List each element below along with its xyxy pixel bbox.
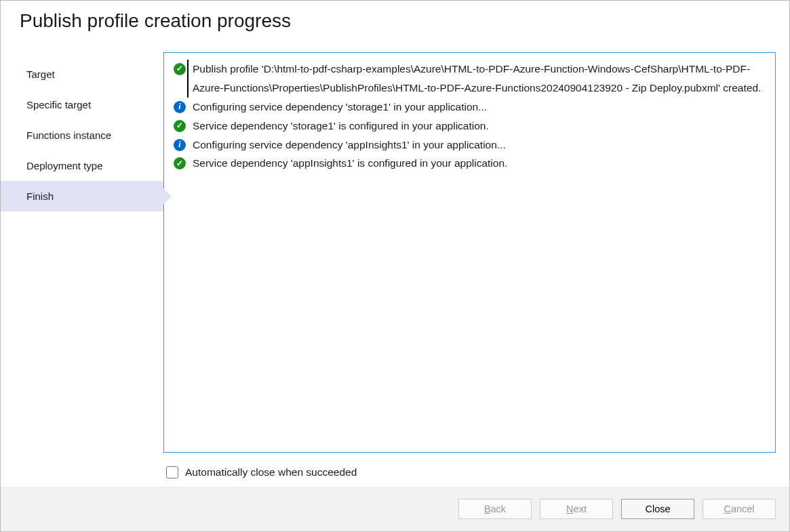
progress-log-panel: ✓ Publish profile 'D:\html-to-pdf-csharp… [163,52,776,453]
sidebar-item-label: Target [26,68,55,80]
log-line: iConfiguring service dependency 'storage… [174,98,766,117]
wizard-sidebar: TargetSpecific targetFunctions instanceD… [1,52,163,487]
log-text: Configuring service dependency 'appInsig… [193,136,766,155]
sidebar-item-label: Finish [26,190,54,202]
log-line: ✓ Publish profile 'D:\html-to-pdf-csharp… [174,60,766,98]
info-icon: i [174,101,186,113]
close-button[interactable]: Close [621,499,694,519]
log-text: Service dependency 'storage1' is configu… [193,117,766,136]
log-text: Service dependency 'appInsights1' is con… [193,154,766,173]
sidebar-item-label: Deployment type [26,160,103,171]
sidebar-item-label: Functions instance [26,129,111,141]
sidebar-item-label: Specific target [26,99,91,110]
success-icon: ✓ [174,157,186,169]
auto-close-label: Automatically close when succeeded [185,466,357,478]
sidebar-item-specific-target[interactable]: Specific target [1,89,163,120]
auto-close-checkbox[interactable] [166,466,178,478]
log-text: Publish profile 'D:\html-to-pdf-csharp-e… [187,60,766,98]
sidebar-item-target[interactable]: Target [1,59,163,89]
success-icon: ✓ [174,63,186,75]
dialog-header: Publish profile creation progress [1,1,789,52]
dialog-title: Publish profile creation progress [20,10,770,32]
cancel-button[interactable]: Cancel [703,499,776,519]
auto-close-checkbox-row[interactable]: Automatically close when succeeded [163,453,776,487]
success-icon: ✓ [174,120,186,132]
sidebar-item-deployment-type[interactable]: Deployment type [1,150,163,181]
log-line: ✓Service dependency 'appInsights1' is co… [174,154,766,173]
dialog-footer: Back Next Close Cancel [1,487,789,531]
info-icon: i [174,139,186,151]
sidebar-item-functions-instance[interactable]: Functions instance [1,120,163,150]
log-line: ✓Service dependency 'storage1' is config… [174,117,766,136]
back-button[interactable]: Back [458,499,532,519]
log-line: iConfiguring service dependency 'appInsi… [174,136,766,155]
next-button[interactable]: Next [540,499,613,519]
log-text: Configuring service dependency 'storage1… [193,98,766,117]
sidebar-item-finish[interactable]: Finish [1,181,163,211]
